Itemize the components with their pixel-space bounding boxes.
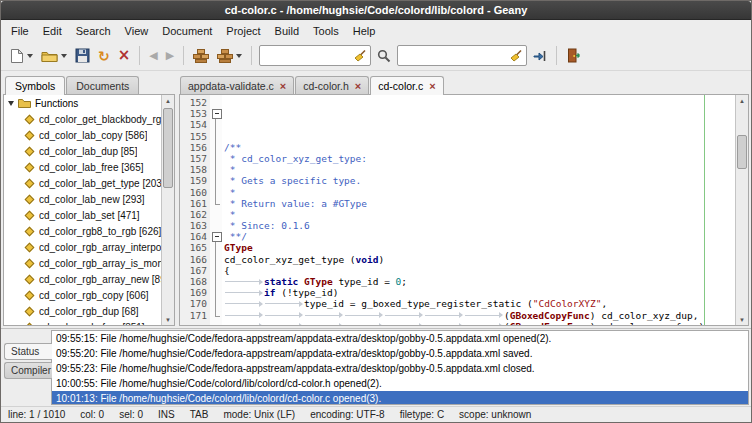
sidebar-tab-documents[interactable]: Documents <box>66 76 139 95</box>
close-document-button[interactable]: × <box>114 43 135 68</box>
line-number[interactable]: 162 <box>180 209 207 220</box>
line-number[interactable]: 163 <box>180 220 207 231</box>
line-number[interactable]: 166 <box>180 254 207 265</box>
fold-marker-icon[interactable] <box>210 231 222 242</box>
goto-line-input[interactable] <box>401 46 510 65</box>
menu-search[interactable]: Search <box>69 22 118 40</box>
line-number[interactable]: 161 <box>180 198 207 209</box>
line-number[interactable]: 168 <box>180 276 207 287</box>
fold-marker-icon[interactable] <box>210 108 222 119</box>
tab-close-icon[interactable]: × <box>280 81 286 92</box>
line-number[interactable]: 165 <box>180 242 207 253</box>
tab-whitespace-icon <box>344 310 384 321</box>
symbol-item[interactable]: cd_color_rgb_free [351] <box>4 319 174 326</box>
expander-icon[interactable] <box>8 101 14 106</box>
sidebar-scrollbar-thumb[interactable] <box>163 108 173 188</box>
tab-close-icon[interactable]: × <box>429 81 435 92</box>
symbol-item[interactable]: cd_color_rgb_array_new [896] <box>4 271 174 287</box>
line-number[interactable]: 169 <box>180 287 207 298</box>
line-number[interactable]: 159 <box>180 175 207 186</box>
window-titlebar[interactable]: cd-color.c - /home/hughsie/Code/colord/l… <box>1 1 751 20</box>
clear-goto-icon[interactable] <box>510 49 523 62</box>
line-number[interactable]: 164 <box>180 231 207 242</box>
quit-button[interactable] <box>562 43 585 68</box>
revert-button[interactable]: ↻ <box>94 43 114 68</box>
clear-search-icon[interactable] <box>354 49 367 62</box>
code-editor[interactable]: 1521531541551561571581591601611621631641… <box>179 94 749 326</box>
scroll-up-icon[interactable]: ▲ <box>162 95 174 106</box>
fold-margin[interactable] <box>210 95 222 325</box>
line-number[interactable]: 155 <box>180 131 207 142</box>
line-number[interactable]: 167 <box>180 265 207 276</box>
find-button[interactable] <box>373 43 395 68</box>
editor-scrollbar[interactable]: ▲ ▼ <box>735 95 748 325</box>
symbol-item[interactable]: cd_color_lab_get_type [203] <box>4 175 174 191</box>
menu-edit[interactable]: Edit <box>36 22 69 40</box>
status-message-row[interactable]: 10:00:55: File /home/hughsie/Code/colord… <box>52 376 748 391</box>
message-tab-status[interactable]: Status <box>4 343 52 360</box>
status-message-row[interactable]: 09:55:20: File /home/hughsie/Code/fedora… <box>52 346 748 361</box>
line-number[interactable]: 171 <box>180 310 207 321</box>
goto-line-entry[interactable] <box>397 45 527 66</box>
symbol-item[interactable]: cd_color_rgb8_to_rgb [626] <box>4 223 174 239</box>
symbol-item[interactable]: cd_color_rgb_array_is_monotonic <box>4 255 174 271</box>
build-button[interactable] <box>213 43 246 68</box>
symbols-root-row[interactable]: Functions <box>4 95 174 111</box>
new-file-button[interactable] <box>6 43 37 68</box>
open-file-button[interactable] <box>37 43 71 68</box>
line-number-gutter[interactable]: 1521531541551561571581591601611621631641… <box>180 95 210 325</box>
scroll-down-icon[interactable]: ▼ <box>162 314 174 325</box>
symbol-item[interactable]: cd_color_lab_set [471] <box>4 207 174 223</box>
line-number[interactable]: 156 <box>180 142 207 153</box>
line-number[interactable]: 152 <box>180 97 207 108</box>
line-number[interactable]: 160 <box>180 187 207 198</box>
line-number[interactable]: 170 <box>180 298 207 309</box>
message-tab-compiler[interactable]: Compiler <box>4 362 52 379</box>
status-message-row[interactable]: 09:55:23: File /home/hughsie/Code/fedora… <box>52 361 748 376</box>
menu-document[interactable]: Document <box>155 22 219 40</box>
symbol-item[interactable]: cd_color_rgb_array_interpolate [9 <box>4 239 174 255</box>
tab-close-icon[interactable]: × <box>355 81 361 92</box>
navigate-forward-button[interactable]: ▶ <box>162 43 178 68</box>
symbol-item[interactable]: cd_color_rgb_dup [68] <box>4 303 174 319</box>
menu-project[interactable]: Project <box>219 22 267 40</box>
symbol-item[interactable]: cd_color_rgb_copy [606] <box>4 287 174 303</box>
status-message-row[interactable]: 10:01:13: File /home/hughsie/Code/colord… <box>52 391 748 405</box>
line-number[interactable]: 157 <box>180 153 207 164</box>
editor-scrollbar-thumb[interactable] <box>737 135 747 169</box>
status-messages-list[interactable]: 09:55:15: File /home/hughsie/Code/fedora… <box>51 330 749 405</box>
menu-tools[interactable]: Tools <box>306 22 346 40</box>
code-token: (!type_id) <box>275 287 338 298</box>
new-file-dropdown-icon[interactable] <box>27 54 33 58</box>
sidebar-scrollbar[interactable]: ▲ ▼ <box>161 95 174 325</box>
scroll-down-icon[interactable]: ▼ <box>736 314 748 325</box>
build-dropdown-icon[interactable] <box>236 54 242 58</box>
compile-button[interactable] <box>189 43 213 68</box>
document-tab[interactable]: appdata-validate.c× <box>180 76 294 95</box>
menu-help[interactable]: Help <box>346 22 383 40</box>
document-tab[interactable]: cd-color.c× <box>370 76 443 95</box>
symbols-panel[interactable]: Functions cd_color_get_blackbody_rgb [97… <box>3 94 175 326</box>
symbol-item[interactable]: cd_color_get_blackbody_rgb [97 <box>4 111 174 127</box>
navigate-back-button[interactable]: ◀ <box>145 43 161 68</box>
open-file-dropdown-icon[interactable] <box>61 54 67 58</box>
scroll-up-icon[interactable]: ▲ <box>736 95 748 106</box>
menu-file[interactable]: File <box>4 22 36 40</box>
search-input[interactable] <box>263 46 354 65</box>
line-number[interactable]: 153 <box>180 108 207 119</box>
sidebar-tab-symbols[interactable]: Symbols <box>5 76 65 95</box>
code-area[interactable]: /** * cd_color_xyz_get_type: * * Gets a … <box>222 95 735 325</box>
line-number[interactable]: 154 <box>180 119 207 130</box>
document-tab[interactable]: cd-color.h× <box>295 76 369 95</box>
symbol-item[interactable]: cd_color_lab_dup [85] <box>4 143 174 159</box>
search-entry[interactable] <box>259 45 371 66</box>
symbol-item[interactable]: cd_color_lab_new [293] <box>4 191 174 207</box>
status-message-row[interactable]: 09:55:15: File /home/hughsie/Code/fedora… <box>52 331 748 346</box>
save-button[interactable] <box>71 43 94 68</box>
symbol-item[interactable]: cd_color_lab_copy [586] <box>4 127 174 143</box>
menu-view[interactable]: View <box>118 22 156 40</box>
menu-build[interactable]: Build <box>268 22 306 40</box>
goto-line-button[interactable] <box>529 43 551 68</box>
symbol-item[interactable]: cd_color_lab_free [365] <box>4 159 174 175</box>
line-number[interactable]: 158 <box>180 164 207 175</box>
